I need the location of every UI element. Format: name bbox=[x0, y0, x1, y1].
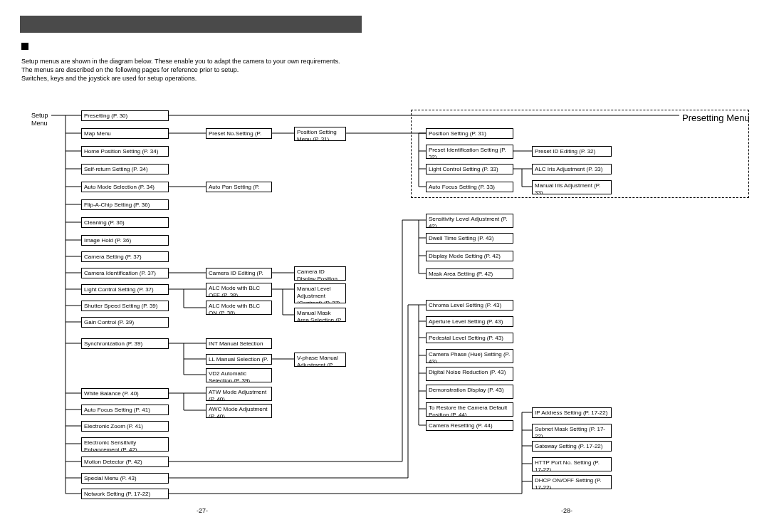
box-alc-blc-off: ALC Mode with BLC OFF (P. 38) bbox=[206, 283, 272, 297]
box-light-control2: Light Control Setting (P. 33) bbox=[426, 164, 513, 174]
box-cam-id-edit: Camera ID Editing (P. 37) bbox=[206, 268, 272, 278]
box-atw: ATW Mode Adjustment (P. 40) bbox=[206, 387, 272, 401]
box-preset-id-edit: Preset ID Editing (P. 32) bbox=[532, 146, 612, 157]
box-restore: To Restore the Camera Default Position (… bbox=[426, 402, 513, 417]
box-sens-level: Sensitivity Level Adjustment (P. 42) bbox=[426, 214, 513, 228]
box-alc-blc-on: ALC Mode with BLC ON (P. 38) bbox=[206, 301, 272, 315]
box-esens: Electronic Sensitivity Enhancement (P. 4… bbox=[81, 437, 169, 452]
box-chroma: Chroma Level Setting (P. 43) bbox=[426, 300, 513, 311]
intro-text: Setup menus are shown in the diagram bel… bbox=[21, 57, 340, 83]
box-demo: Demonstration Display (P. 43) bbox=[426, 385, 513, 399]
box-awc: AWC Mode Adjustment (P. 40) bbox=[206, 404, 272, 418]
box-image-hold: Image Hold (P. 36) bbox=[81, 235, 169, 246]
box-preset-no: Preset No.Setting (P. 30) bbox=[206, 128, 272, 139]
box-shutter: Shutter Speed Setting (P. 39) bbox=[81, 301, 169, 311]
header-bar bbox=[20, 16, 362, 33]
box-special: Special Menu (P. 43) bbox=[81, 473, 169, 484]
box-motion: Motion Detector (P. 42) bbox=[81, 457, 169, 467]
box-phase: Camera Phase (Hue) Setting (P. 43) bbox=[426, 349, 513, 363]
box-http: HTTP Port No. Setting (P. 17-22) bbox=[532, 457, 612, 471]
intro-line3: Switches, keys and the joystick are used… bbox=[21, 74, 340, 83]
box-camera-id: Camera Identification (P. 37) bbox=[81, 268, 169, 278]
box-dwell: Dwell Time Setting (P. 43) bbox=[426, 233, 513, 244]
box-presetting: Presetting (P. 30) bbox=[81, 110, 169, 121]
box-gain: Gain Control (P. 39) bbox=[81, 317, 169, 328]
intro-line1: Setup menus are shown in the diagram bel… bbox=[21, 57, 340, 66]
box-pedestal: Pedestal Level Setting (P. 43) bbox=[426, 333, 513, 343]
box-home-pos: Home Position Setting (P. 34) bbox=[81, 146, 169, 157]
box-vphase: V-phase Manual Adjustment (P. 40) bbox=[294, 353, 346, 367]
bullet bbox=[21, 43, 28, 50]
box-dhcp: DHCP ON/OFF Setting (P. 17-22) bbox=[532, 475, 612, 489]
box-aperture: Aperture Level Setting (P. 43) bbox=[426, 316, 513, 327]
root-label: Setup Menu bbox=[31, 112, 48, 127]
box-manual-level: Manual Level Adjustment (Contrast) (P. 3… bbox=[294, 283, 346, 303]
box-self-return: Self-return Setting (P. 34) bbox=[81, 164, 169, 174]
box-ll-manual: LL Manual Selection (P. 39) bbox=[206, 354, 272, 365]
page: Setup menus are shown in the diagram bel… bbox=[0, 0, 769, 532]
box-manual-mask: Manual Mask Area Selection (P. 38) bbox=[294, 308, 346, 322]
intro-line2: The menus are described on the following… bbox=[21, 66, 340, 74]
box-network: Network Setting (P. 17-22) bbox=[81, 489, 169, 499]
box-map-menu: Map Menu bbox=[81, 128, 169, 139]
box-vd2: VD2 Automatic Selection (P. 39) bbox=[206, 368, 272, 382]
box-ip: IP Address Setting (P. 17-22) bbox=[532, 407, 612, 418]
box-auto-focus: Auto Focus Setting (P. 41) bbox=[81, 405, 169, 415]
box-camera-setting: Camera Setting (P. 37) bbox=[81, 251, 169, 262]
box-cam-reset: Camera Resetting (P. 44) bbox=[426, 420, 513, 431]
box-mask-area: Mask Area Setting (P. 42) bbox=[426, 268, 513, 279]
box-pos-menu: Position Setting Menu (P. 31) bbox=[294, 127, 346, 141]
page-number-right: -28- bbox=[561, 507, 572, 514]
box-sync: Synchronization (P. 39) bbox=[81, 338, 169, 349]
box-auto-pan: Auto Pan Setting (P. 34) bbox=[206, 182, 272, 192]
box-int-manual: INT Manual Selection (P. 39) bbox=[206, 338, 272, 349]
box-pos-set: Position Setting (P. 31) bbox=[426, 128, 513, 139]
box-ezoom: Electronic Zoom (P. 41) bbox=[81, 421, 169, 432]
box-disp-mode: Display Mode Setting (P. 42) bbox=[426, 251, 513, 261]
box-light-control: Light Control Setting (P. 37) bbox=[81, 284, 169, 295]
box-preset-id-set: Preset Identification Setting (P. 32) bbox=[426, 145, 513, 159]
box-gateway: Gateway Setting (P. 17-22) bbox=[532, 441, 612, 452]
box-flip: Flip-A-Chip Setting (P. 36) bbox=[81, 199, 169, 210]
box-cleaning: Cleaning (P. 36) bbox=[81, 217, 169, 228]
box-subnet: Subnet Mask Setting (P. 17-22) bbox=[532, 424, 612, 438]
box-auto-mode: Auto Mode Selection (P. 34) bbox=[81, 182, 169, 192]
box-dnr: Digital Noise Reduction (P. 43) bbox=[426, 367, 513, 381]
box-auto-focus2: Auto Focus Setting (P. 33) bbox=[426, 182, 513, 192]
box-cam-id-disp: Camera ID Display Position (P. 37) bbox=[294, 266, 346, 281]
box-white-balance: White Balance (P. 40) bbox=[81, 388, 169, 399]
box-manual-iris: Manual Iris Adjustment (P. 33) bbox=[532, 180, 612, 194]
page-number-left: -27- bbox=[197, 507, 208, 514]
box-alc-iris: ALC Iris Adjustment (P. 33) bbox=[532, 164, 612, 174]
